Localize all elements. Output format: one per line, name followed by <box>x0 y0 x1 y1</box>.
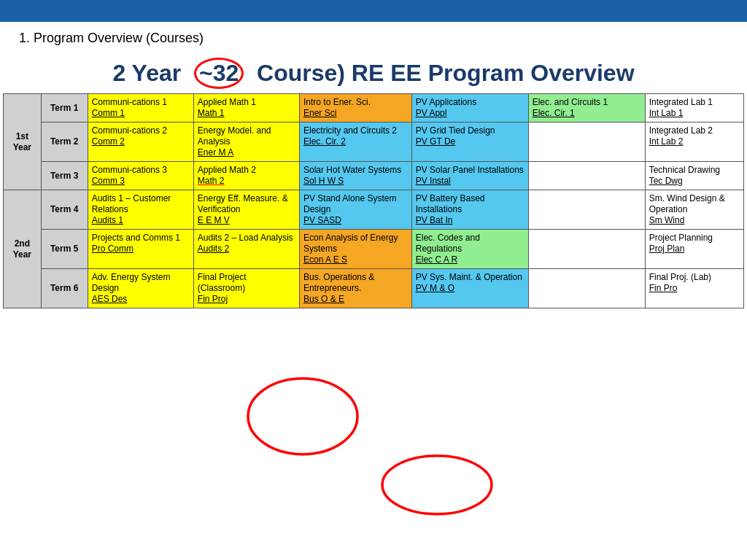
term-6: Term 6 <box>41 269 88 308</box>
title-paren: (Courses) <box>146 31 204 45</box>
cell-intro-t1: Intro to Ener. Sci.Ener Sci <box>299 94 411 122</box>
cell-elec-t4 <box>528 190 645 230</box>
cell-pv-t1: PV ApplicationsPV Appl <box>411 94 528 122</box>
table-row: Term 2 Communi-cations 2Comm 2 Energy Mo… <box>4 122 744 162</box>
cell-comm-t2: Communi-cations 2Comm 2 <box>88 122 193 162</box>
cell-math-t5: Audits 2 – Load AnalysisAudits 2 <box>193 230 299 269</box>
cell-comm-t6: Adv. Energy System DesignAES Des <box>88 269 193 308</box>
cell-intro-t2: Electricity and Circuits 2Elec. Cir. 2 <box>299 122 411 162</box>
table-row: Term 6 Adv. Energy System DesignAES Des … <box>4 269 744 308</box>
table-row: 2nd Year Term 4 Audits 1 – Customer Rela… <box>4 190 744 230</box>
slide-container: 1. Program Overview (Courses) 2 Year ~32… <box>0 0 747 560</box>
svg-point-0 <box>248 378 357 454</box>
cell-lab-t3: Technical DrawingTec Dwg <box>645 162 743 190</box>
header-area: 1. Program Overview (Courses) <box>0 22 747 52</box>
cell-pv-t3: PV Solar Panel InstallationsPV Instal <box>411 162 528 190</box>
cell-intro-t5: Econ Analysis of Energy SystemsEcon A E … <box>299 230 411 269</box>
title-box: 1. Program Overview (Courses) <box>7 25 215 52</box>
cell-lab-t5: Project PlanningProj Plan <box>645 230 743 269</box>
table-wrapper: 1st Year Term 1 Communi-cations 1Comm 1 … <box>0 93 747 311</box>
cell-math-t3: Applied Math 2Math 2 <box>193 162 299 190</box>
term-4: Term 4 <box>41 190 88 230</box>
cell-comm-t1: Communi-cations 1Comm 1 <box>88 94 193 122</box>
cell-elec-t6 <box>528 269 645 308</box>
table-row: Term 3 Communi-cations 3Comm 3 Applied M… <box>4 162 744 190</box>
cell-elec-t5 <box>528 230 645 269</box>
cell-intro-t3: Solar Hot Water SystemsSol H W S <box>299 162 411 190</box>
cell-elec-t2 <box>528 122 645 162</box>
cell-comm-t5: Projects and Comms 1Pro Comm <box>88 230 193 269</box>
svg-point-1 <box>382 456 492 514</box>
title-bold: 1. Program Overview <box>19 31 142 45</box>
cell-intro-t6: Bus. Operations & Entrepreneurs.Bus O & … <box>299 269 411 308</box>
main-content: 2 Year ~32 Course) RE EE Program Overvie… <box>0 52 747 311</box>
cell-lab-t6: Final Proj. (Lab)Fin Pro <box>645 269 743 308</box>
term-3: Term 3 <box>41 162 88 190</box>
cell-math-t2: Energy Model. and AnalysisEner M A <box>193 122 299 162</box>
year-1st: 1st Year <box>4 94 42 190</box>
main-title: 2 Year ~32 Course) RE EE Program Overvie… <box>0 52 747 93</box>
program-table: 1st Year Term 1 Communi-cations 1Comm 1 … <box>3 93 744 308</box>
cell-comm-t3: Communi-cations 3Comm 3 <box>88 162 193 190</box>
circle-32: ~32 <box>194 58 244 89</box>
term-5: Term 5 <box>41 230 88 269</box>
cell-lab-t4: Sm. Wind Design & OperationSm Wind <box>645 190 743 230</box>
table-row: Term 5 Projects and Comms 1Pro Comm Audi… <box>4 230 744 269</box>
year-2nd: 2nd Year <box>4 190 42 308</box>
table-row: 1st Year Term 1 Communi-cations 1Comm 1 … <box>4 94 744 122</box>
cell-pv-t4: PV Battery Based InstallationsPV Bat In <box>411 190 528 230</box>
cell-pv-t5: Elec. Codes and RegulationsElec C A R <box>411 230 528 269</box>
cell-elec-t3 <box>528 162 645 190</box>
cell-intro-t4: PV Stand Alone System DesignPV SASD <box>299 190 411 230</box>
term-1: Term 1 <box>41 94 88 122</box>
slide-title: 1. Program Overview (Courses) <box>19 31 204 46</box>
cell-math-t1: Applied Math 1Math 1 <box>193 94 299 122</box>
cell-pv-t2: PV Grid Tied DesignPV GT De <box>411 122 528 162</box>
top-bar <box>0 0 747 22</box>
cell-lab-t1: Integrated Lab 1Int Lab 1 <box>645 94 743 122</box>
cell-math-t4: Energy Eff. Measure. & VerificationE E M… <box>193 190 299 230</box>
term-2: Term 2 <box>41 122 88 162</box>
cell-pv-t6: PV Sys. Maint. & OperationPV M & O <box>411 269 528 308</box>
cell-lab-t2: Integrated Lab 2Int Lab 2 <box>645 122 743 162</box>
cell-comm-t4: Audits 1 – Customer RelationsAudits 1 <box>88 190 193 230</box>
cell-elec-t1: Elec. and Circuits 1Elec. Cir. 1 <box>528 94 645 122</box>
cell-math-t6: Final Project (Classroom)Fin Proj <box>193 269 299 308</box>
